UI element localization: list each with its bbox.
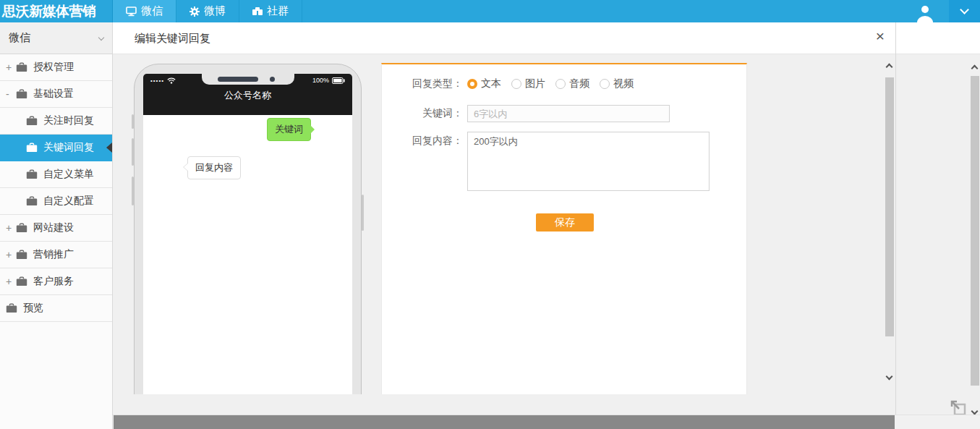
sidebar-header-label: 微信	[9, 31, 30, 45]
sidebar-item-label: 客户服务	[33, 275, 74, 288]
radio-label: 音频	[569, 77, 589, 90]
chevron-down-icon	[98, 34, 104, 40]
folder-icon	[26, 116, 38, 126]
tab-wechat[interactable]: 微信	[113, 0, 176, 22]
sidebar-item-custom-menu[interactable]: 自定义菜单	[0, 161, 112, 188]
radio-icon[interactable]	[511, 79, 521, 89]
keyword-input[interactable]	[467, 105, 670, 122]
horizontal-scrollbar-thumb[interactable]	[114, 415, 895, 429]
scroll-down-icon[interactable]	[886, 373, 893, 381]
tab-weibo[interactable]: 微博	[176, 0, 239, 22]
modal-header: 编辑关键词回复 ×	[113, 22, 980, 54]
horizontal-scrollbar[interactable]	[113, 415, 980, 429]
sidebar-item-auth-management[interactable]: + 授权管理	[0, 54, 112, 81]
tab-community[interactable]: 社群	[239, 0, 302, 22]
sidebar-item-marketing-promotion[interactable]: + 营销推广	[0, 242, 112, 268]
wifi-icon	[167, 77, 176, 84]
modal-content-viewport: ••••• 100% 公众号名称	[113, 54, 884, 394]
sidebar-item-follow-reply[interactable]: 关注时回复	[0, 108, 112, 135]
radio-label: 视频	[613, 77, 634, 90]
phone-side-button	[132, 114, 134, 129]
phone-screen: ••••• 100% 公众号名称	[143, 74, 352, 394]
expand-plus-icon: +	[6, 222, 16, 234]
desktop-icon	[126, 7, 137, 17]
phone-speaker	[218, 77, 258, 82]
sidebar-item-label: 授权管理	[33, 61, 74, 74]
topbar: 思沃新媒体营销 微信 微博 社群	[0, 0, 980, 22]
sidebar-item-label: 网站建设	[33, 221, 74, 234]
phone-mockup: ••••• 100% 公众号名称	[134, 64, 362, 394]
radio-icon[interactable]	[555, 79, 566, 89]
expand-plus-icon: +	[6, 249, 16, 260]
expand-plus-icon: +	[6, 61, 16, 73]
page-scrollbar[interactable]	[970, 61, 980, 421]
app-logo: 思沃新媒体营销	[0, 0, 113, 22]
panel-divider	[895, 22, 896, 429]
sidebar-item-basic-settings[interactable]: - 基础设置	[0, 81, 112, 108]
phone-side-button	[362, 195, 364, 231]
topbar-dropdown-button[interactable]	[949, 0, 980, 22]
sidebar-item-customer-service[interactable]: + 客户服务	[0, 268, 112, 295]
folder-icon	[26, 169, 38, 179]
radio-label: 图片	[525, 77, 545, 90]
sidebar-header-wechat[interactable]: 微信	[0, 22, 112, 54]
battery-icon	[332, 77, 345, 84]
radio-selected-icon[interactable]	[467, 79, 477, 89]
reply-content-textarea[interactable]: 200字以内	[467, 132, 710, 191]
keyword-reply-form: 回复类型： 文本 图片 音频 视频	[381, 63, 747, 394]
active-item-marker	[106, 143, 112, 153]
scroll-up-icon[interactable]	[886, 64, 893, 71]
sidebar-item-label: 自定义配置	[43, 195, 94, 208]
sidebar-item-preview[interactable]: 预览	[0, 295, 112, 322]
expand-plus-icon: +	[6, 276, 16, 287]
sidebar-item-keyword-reply[interactable]: 关键词回复	[0, 135, 112, 161]
sidebar-item-label: 预览	[23, 302, 43, 315]
reply-chat-bubble: 回复内容	[187, 156, 241, 179]
folder-icon	[16, 223, 27, 233]
reply-type-label: 回复类型：	[382, 77, 463, 90]
radio-text[interactable]: 文本	[467, 77, 501, 90]
topbar-right	[901, 0, 980, 22]
phone-side-button	[132, 138, 134, 166]
main-area: 编辑关键词回复 × •••••	[113, 22, 980, 429]
folder-icon	[16, 276, 27, 286]
radio-audio[interactable]: 音频	[555, 77, 589, 90]
scroll-up-icon[interactable]	[971, 65, 979, 72]
phone-side-button	[132, 177, 134, 205]
folder-icon	[16, 62, 27, 72]
sidebar: 微信 + 授权管理 - 基础设置 关注时回复 关键词回复 自定义菜单 自	[0, 22, 113, 429]
radio-video[interactable]: 视频	[600, 77, 634, 90]
keyword-label: 关键词：	[382, 107, 463, 120]
signal-strength-icon: •••••	[150, 77, 164, 84]
tab-label: 微信	[141, 4, 163, 18]
scrollbar-thumb[interactable]	[885, 77, 894, 336]
scrollbar-thumb[interactable]	[971, 76, 979, 386]
sidebar-item-website-building[interactable]: + 网站建设	[0, 215, 112, 242]
user-icon	[916, 3, 934, 22]
reply-content-label: 回复内容：	[382, 132, 463, 148]
page-title: 编辑关键词回复	[135, 32, 210, 46]
battery-percent-label: 100%	[312, 77, 329, 84]
save-button[interactable]: 保存	[536, 213, 594, 232]
radio-label: 文本	[481, 77, 501, 90]
radio-image[interactable]: 图片	[511, 77, 545, 90]
phone-statusbar: ••••• 100% 公众号名称	[143, 74, 352, 115]
sidebar-item-custom-config[interactable]: 自定义配置	[0, 188, 112, 215]
sidebar-item-label: 关注时回复	[43, 114, 94, 127]
keyword-row: 关键词：	[382, 105, 746, 122]
user-menu-button[interactable]	[901, 0, 949, 22]
folder-icon	[26, 143, 38, 153]
radio-icon[interactable]	[600, 79, 610, 89]
folder-icon	[6, 303, 17, 313]
keyword-chat-bubble: 关键词	[267, 118, 311, 141]
scroll-down-icon[interactable]	[971, 408, 979, 415]
community-icon	[252, 7, 263, 16]
close-icon[interactable]: ×	[876, 28, 885, 43]
modal-scrollbar[interactable]	[884, 61, 895, 385]
collapse-minus-icon: -	[6, 88, 16, 100]
app-root: 思沃新媒体营销 微信 微博 社群 微信 +	[0, 0, 980, 429]
folder-icon	[26, 196, 38, 206]
official-account-title: 公众号名称	[143, 89, 352, 102]
tab-label: 社群	[267, 4, 289, 18]
phone-camera	[270, 77, 275, 82]
